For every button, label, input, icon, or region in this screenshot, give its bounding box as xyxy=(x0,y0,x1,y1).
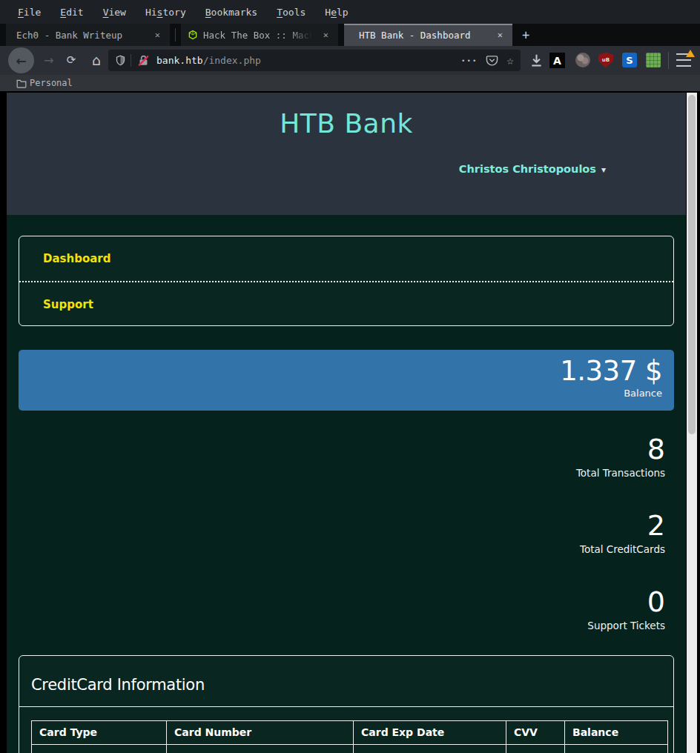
table-cell xyxy=(506,745,565,753)
extension-grid-icon[interactable] xyxy=(646,53,661,67)
page-actions-icon[interactable]: ••• xyxy=(461,57,478,64)
menu-history[interactable]: History xyxy=(136,7,196,18)
back-button[interactable]: ← xyxy=(8,47,34,73)
table-row-partial xyxy=(32,745,668,753)
stat-total-transactions: 8 Total Transactions xyxy=(576,434,665,479)
site-title: HTB Bank xyxy=(7,93,686,139)
tab-hackthebox[interactable]: Hack The Box :: Machines ✕ xyxy=(181,24,338,46)
menu-file[interactable]: File xyxy=(18,7,50,18)
balance-panel: 1.337 $ Balance xyxy=(19,350,674,411)
browser-viewport: HTB Bank Christos Christopoulos▾ Dashboa… xyxy=(0,91,700,753)
htb-bank-page: HTB Bank Christos Christopoulos▾ Dashboa… xyxy=(7,93,686,753)
forward-button[interactable]: → xyxy=(42,53,56,67)
tab-title: Ech0 - Bank Writeup xyxy=(16,30,122,41)
tab-title: HTB Bank - Dashboard xyxy=(359,30,471,41)
balance-amount: 1.337 $ xyxy=(19,356,662,387)
home-button[interactable]: ⌂ xyxy=(88,51,105,69)
extension-s-icon[interactable]: S xyxy=(622,53,637,67)
column-card-type: Card Type xyxy=(32,721,167,745)
extension-a-icon[interactable]: A xyxy=(549,53,565,68)
chevron-down-icon: ▾ xyxy=(601,165,606,175)
navigation-toolbar: ← → ⟳ ⌂ bank.htb/index.php ••• ☆ A uB S xyxy=(0,46,700,75)
tab-title: Hack The Box :: Machines xyxy=(203,30,312,41)
balance-label: Balance xyxy=(19,388,662,399)
tracking-shield-icon[interactable] xyxy=(115,54,126,67)
url-path: /index.php xyxy=(203,55,261,66)
column-balance: Balance xyxy=(565,721,668,745)
table-cell xyxy=(565,745,668,753)
nav-link-dashboard[interactable]: Dashboard xyxy=(19,236,673,281)
stat-value: 2 xyxy=(580,510,665,542)
menu-tools[interactable]: Tools xyxy=(267,7,315,18)
creditcard-info-card: CreditCard Information Card Type Card Nu… xyxy=(19,655,674,753)
stat-total-creditcards: 2 Total CreditCards xyxy=(580,510,665,555)
stat-support-tickets: 0 Support Tickets xyxy=(587,586,665,631)
column-card-number: Card Number xyxy=(167,721,354,745)
menu-help[interactable]: Help xyxy=(315,7,357,18)
downloads-icon[interactable] xyxy=(529,53,544,68)
user-name: Christos Christopoulos xyxy=(459,163,596,175)
tab-close-icon[interactable]: ✕ xyxy=(323,30,338,40)
table-cell xyxy=(32,745,167,753)
tab-separator xyxy=(175,28,176,42)
htb-cube-icon xyxy=(188,30,198,40)
menu-view[interactable]: View xyxy=(93,7,136,18)
bookmark-star-icon[interactable]: ☆ xyxy=(506,53,514,67)
extension-foxyproxy-icon[interactable] xyxy=(575,53,590,67)
tab-bank-writeup[interactable]: Ech0 - Bank Writeup ✕ xyxy=(6,24,170,46)
toolbar-separator xyxy=(668,52,669,69)
stat-label: Support Tickets xyxy=(587,620,665,631)
reload-button[interactable]: ⟳ xyxy=(64,52,79,68)
tab-htb-bank-dashboard-active[interactable]: HTB Bank - Dashboard ✕ xyxy=(344,24,512,46)
page-scrollbar-thumb[interactable] xyxy=(688,95,696,434)
tab-close-icon[interactable]: ✕ xyxy=(498,30,512,40)
nav-card: Dashboard Support xyxy=(19,236,674,326)
column-card-exp-date: Card Exp Date xyxy=(354,721,506,745)
stat-value: 8 xyxy=(576,434,665,465)
update-warning-badge xyxy=(686,50,695,57)
menu-edit[interactable]: Edit xyxy=(50,7,93,18)
new-tab-button[interactable]: + xyxy=(522,27,529,42)
table-cell xyxy=(167,745,354,753)
creditcard-table: Card Type Card Number Card Exp Date CVV … xyxy=(31,720,668,753)
app-menu-icon[interactable] xyxy=(676,53,691,67)
url-separator xyxy=(131,54,131,67)
page-header: HTB Bank Christos Christopoulos▾ xyxy=(7,93,686,215)
table-header-row: Card Type Card Number Card Exp Date CVV … xyxy=(32,721,668,745)
menu-bookmarks[interactable]: Bookmarks xyxy=(196,7,267,18)
stat-label: Total CreditCards xyxy=(580,543,665,555)
bookmark-folder-personal[interactable]: Personal xyxy=(30,78,73,88)
stat-value: 0 xyxy=(587,586,665,618)
card-divider xyxy=(19,706,673,707)
pocket-icon[interactable] xyxy=(486,54,498,67)
url-bar[interactable]: bank.htb/index.php ••• ☆ xyxy=(108,50,521,71)
stat-label: Total Transactions xyxy=(576,467,665,479)
folder-icon xyxy=(16,79,27,88)
nav-link-support[interactable]: Support xyxy=(19,282,673,327)
bookmarks-toolbar: Personal xyxy=(0,75,700,91)
insecure-lock-icon[interactable] xyxy=(137,54,150,67)
tab-close-icon[interactable]: ✕ xyxy=(155,30,170,40)
menu-bar: FileEditViewHistoryBookmarksToolsHelp xyxy=(0,0,700,24)
user-dropdown[interactable]: Christos Christopoulos▾ xyxy=(459,163,606,175)
table-cell xyxy=(354,745,506,753)
ublock-shield-icon[interactable]: uB xyxy=(598,53,613,67)
column-cvv: CVV xyxy=(506,721,565,745)
tab-bar: Ech0 - Bank Writeup ✕ Hack The Box :: Ma… xyxy=(0,24,700,46)
page-scrollbar-track[interactable] xyxy=(687,93,697,753)
creditcard-section-title: CreditCard Information xyxy=(19,656,673,706)
url-host: bank.htb xyxy=(156,55,203,66)
